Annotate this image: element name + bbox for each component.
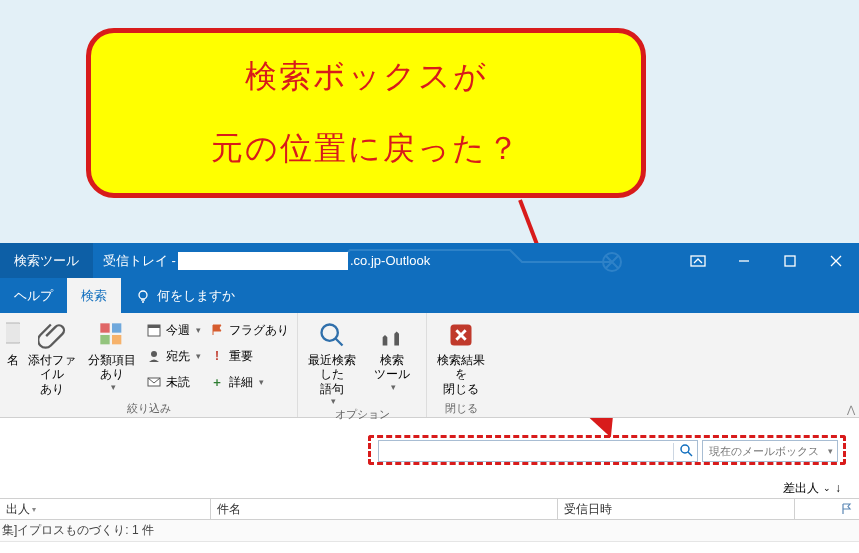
ribbon-cut-guide-button[interactable]: 名: [6, 317, 20, 367]
column-date-label: 受信日時: [564, 501, 612, 518]
search-input[interactable]: [379, 444, 673, 458]
ribbon-group-narrow: 名 添付ファイル あり 分類項目 あり ▾ 今週▾: [0, 313, 298, 417]
chevron-down-icon: ▾: [196, 325, 201, 335]
column-sender-label: 出人: [6, 501, 30, 518]
sort-header[interactable]: 差出人 ⌄ ↓: [0, 479, 859, 497]
search-tools-label: 検索 ツール: [374, 353, 410, 382]
search-tools-button[interactable]: 検索 ツール ▾: [364, 317, 420, 393]
ribbon-group-close: 検索結果を 閉じる 閉じる: [427, 313, 495, 417]
callout-line-1: 検索ボックスが: [245, 55, 488, 99]
flag-icon: [209, 322, 225, 338]
column-headers: 出人 ▾ 件名 受信日時: [0, 498, 859, 520]
sent-to-label: 宛先: [166, 348, 190, 365]
more-filters-button[interactable]: ＋ 詳細▾: [207, 371, 291, 393]
message-group-header[interactable]: 集]イプロスものづくり: 1 件: [0, 520, 859, 542]
chevron-down-icon: ⌄: [823, 483, 831, 493]
has-attachment-label: 添付ファイル あり: [24, 353, 80, 396]
recent-searches-button[interactable]: 最近検索した 語句 ▾: [304, 317, 360, 407]
more-filters-label: 詳細: [229, 374, 253, 391]
close-icon: [830, 255, 842, 267]
collapse-ribbon-button[interactable]: ⋀: [847, 404, 855, 415]
sort-direction-icon[interactable]: ↓: [835, 481, 841, 495]
person-icon: [146, 348, 162, 364]
close-square-icon: [447, 321, 475, 349]
window-title: 受信トレイ - .co.jp - Outlook: [93, 243, 440, 278]
flagged-button[interactable]: フラグあり: [207, 319, 291, 341]
ribbon: 名 添付ファイル あり 分類項目 あり ▾ 今週▾: [0, 313, 859, 418]
tools-icon: [378, 321, 406, 349]
title-redacted-account: [178, 252, 348, 270]
column-header-sender[interactable]: 出人 ▾: [0, 499, 211, 519]
chevron-down-icon: ▾: [32, 505, 36, 514]
search-history-icon: [318, 321, 346, 349]
ribbon-tabbar: ヘルプ 検索 何をしますか: [0, 278, 859, 313]
ribbon-options-icon: [690, 255, 706, 267]
group-close-label: 閉じる: [433, 399, 489, 417]
tab-search[interactable]: 検索: [67, 278, 121, 313]
svg-line-24: [688, 452, 692, 456]
has-attachment-button[interactable]: 添付ファイル あり: [24, 317, 80, 396]
chevron-down-icon: ▾: [331, 396, 336, 407]
window-titlebar: 検索ツール 受信トレイ - .co.jp - Outlook: [0, 243, 859, 278]
svg-rect-13: [112, 323, 121, 332]
minimize-icon: [738, 255, 750, 267]
this-week-label: 今週: [166, 322, 190, 339]
envelope-icon: [146, 374, 162, 390]
svg-line-21: [336, 339, 343, 346]
tab-search-label: 検索: [81, 287, 107, 305]
tell-me[interactable]: 何をしますか: [121, 278, 249, 313]
ribbon-group-options: 最近検索した 語句 ▾ 検索 ツール ▾ オプション: [298, 313, 427, 417]
guide-label: 名: [7, 353, 19, 367]
close-search-label: 検索結果を 閉じる: [433, 353, 489, 396]
paperclip-icon: [38, 321, 66, 349]
svg-point-23: [681, 445, 689, 453]
svg-rect-12: [100, 323, 109, 332]
categorized-button[interactable]: 分類項目 あり ▾: [84, 317, 140, 393]
flagged-label: フラグあり: [229, 322, 289, 339]
group-narrow-label: 絞り込み: [6, 399, 291, 417]
unread-label: 未読: [166, 374, 190, 391]
sort-label: 差出人: [783, 480, 819, 497]
flag-icon: [841, 503, 853, 515]
search-box[interactable]: [378, 440, 698, 462]
column-header-flag[interactable]: [795, 499, 859, 519]
magnifier-icon: [679, 443, 693, 457]
close-button[interactable]: [813, 243, 859, 278]
svg-point-8: [139, 291, 147, 299]
tab-help-label: ヘルプ: [14, 287, 53, 305]
message-group-label: 集]イプロスものづくり: 1 件: [2, 522, 154, 539]
column-header-subject[interactable]: 件名: [211, 499, 558, 519]
guide-icon: [6, 321, 20, 349]
calendar-icon: [146, 322, 162, 338]
sent-to-button[interactable]: 宛先▾: [144, 345, 203, 367]
chevron-down-icon: ▾: [196, 351, 201, 361]
contextual-tab-label: 検索ツール: [0, 243, 93, 278]
lightbulb-icon: [135, 288, 151, 304]
important-label: 重要: [229, 348, 253, 365]
svg-rect-14: [100, 335, 109, 344]
svg-point-18: [151, 351, 157, 357]
ribbon-display-options-button[interactable]: [675, 243, 721, 278]
categories-icon: [98, 321, 126, 349]
important-icon: !: [209, 348, 225, 364]
title-inbox-label: 受信トレイ -: [103, 252, 176, 270]
svg-rect-11: [6, 323, 20, 343]
maximize-button[interactable]: [767, 243, 813, 278]
minimize-button[interactable]: [721, 243, 767, 278]
column-header-date[interactable]: 受信日時: [558, 499, 795, 519]
tell-me-label: 何をしますか: [157, 287, 235, 305]
search-submit-button[interactable]: [673, 443, 697, 460]
this-week-button[interactable]: 今週▾: [144, 319, 203, 341]
search-scope-dropdown[interactable]: 現在のメールボックス ▾: [702, 440, 838, 462]
close-search-button[interactable]: 検索結果を 閉じる: [433, 317, 489, 396]
callout-line-2: 元の位置に戻った？: [211, 127, 521, 171]
svg-point-20: [322, 325, 338, 341]
recent-searches-label: 最近検索した 語句: [304, 353, 360, 396]
chevron-down-icon: ▾: [391, 382, 396, 393]
important-button[interactable]: ! 重要: [207, 345, 291, 367]
plus-icon: ＋: [209, 374, 225, 390]
svg-point-2: [603, 253, 621, 271]
tab-help[interactable]: ヘルプ: [0, 278, 67, 313]
unread-button[interactable]: 未読: [144, 371, 203, 393]
title-app-name: Outlook: [385, 253, 430, 268]
